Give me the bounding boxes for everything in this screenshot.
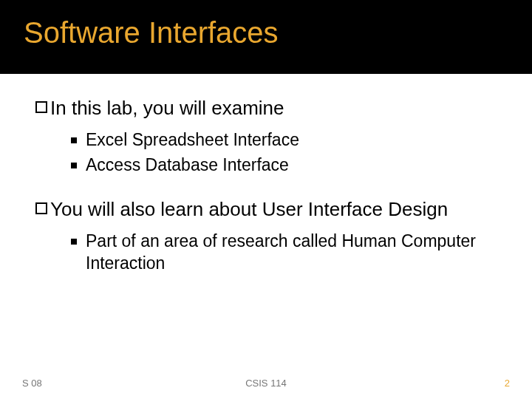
sub-bullet-text: Excel Spreadsheet Interface xyxy=(86,129,299,151)
sub-bullet-item: Part of an area of research called Human… xyxy=(71,231,495,275)
filled-square-icon xyxy=(71,163,77,168)
sub-list: Excel Spreadsheet Interface Access Datab… xyxy=(71,129,495,177)
title-bar: Software Interfaces xyxy=(0,0,532,74)
sub-bullet-item: Excel Spreadsheet Interface xyxy=(71,129,495,151)
hollow-square-icon xyxy=(35,101,47,113)
sub-bullet-text: Part of an area of research called Human… xyxy=(86,231,495,275)
bullet-item: In this lab, you will examine xyxy=(35,96,495,120)
footer-course: CSIS 114 xyxy=(0,378,532,389)
slide-content: In this lab, you will examine Excel Spre… xyxy=(0,74,532,275)
filled-square-icon xyxy=(71,137,77,143)
hollow-square-icon xyxy=(35,202,47,214)
bullet-text: In this lab, you will examine xyxy=(50,96,284,120)
slide-footer: S 08 CSIS 114 2 xyxy=(0,378,532,389)
bullet-text: You will also learn about User Interface… xyxy=(50,197,448,222)
footer-date: S 08 xyxy=(22,378,42,389)
sub-bullet-item: Access Database Interface xyxy=(71,154,495,177)
sub-bullet-text: Access Database Interface xyxy=(86,154,289,177)
slide-number: 2 xyxy=(505,378,510,389)
slide-title: Software Interfaces xyxy=(24,16,532,50)
sub-list: Part of an area of research called Human… xyxy=(71,231,495,275)
bullet-item: You will also learn about User Interface… xyxy=(35,197,495,222)
filled-square-icon xyxy=(71,239,77,245)
